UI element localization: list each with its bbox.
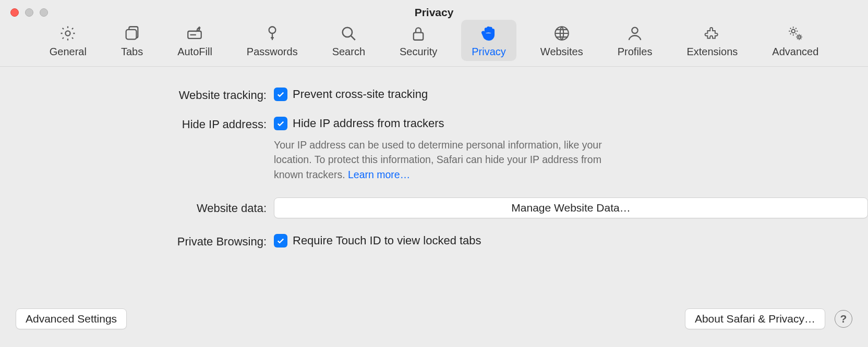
help-text-body: Your IP address can be used to determine… bbox=[274, 139, 602, 180]
tab-privacy[interactable]: Privacy bbox=[461, 20, 516, 61]
manage-website-data-button[interactable]: Manage Website Data… bbox=[274, 197, 868, 218]
svg-point-4 bbox=[343, 28, 352, 37]
tab-label: Security bbox=[400, 46, 437, 58]
tab-search[interactable]: Search bbox=[322, 20, 376, 61]
content-area: Website tracking: Prevent cross-site tra… bbox=[0, 67, 868, 249]
gear-icon bbox=[58, 24, 77, 43]
tab-label: Privacy bbox=[472, 46, 506, 58]
hand-icon bbox=[479, 24, 498, 43]
row-label: Private Browsing: bbox=[0, 234, 274, 249]
autofill-icon bbox=[185, 24, 204, 43]
tab-label: General bbox=[50, 46, 87, 58]
row-hide-ip: Hide IP address: Hide IP address from tr… bbox=[0, 117, 868, 182]
svg-rect-1 bbox=[126, 30, 137, 39]
row-website-tracking: Website tracking: Prevent cross-site tra… bbox=[0, 88, 868, 102]
row-label: Hide IP address: bbox=[0, 117, 274, 131]
footer: Advanced Settings About Safari & Privacy… bbox=[0, 308, 868, 329]
tab-label: Profiles bbox=[618, 46, 653, 58]
gears-icon bbox=[786, 24, 805, 43]
help-button[interactable]: ? bbox=[835, 310, 852, 328]
globe-icon bbox=[552, 24, 571, 43]
person-icon bbox=[625, 24, 644, 43]
tab-tabs[interactable]: Tabs bbox=[111, 20, 153, 61]
checkbox-label: Prevent cross-site tracking bbox=[293, 88, 428, 101]
checkbox-label: Require Touch ID to view locked tabs bbox=[293, 234, 481, 247]
tabs-icon bbox=[123, 24, 141, 43]
tab-label: Passwords bbox=[247, 46, 298, 58]
titlebar: Privacy bbox=[0, 0, 868, 20]
key-icon bbox=[263, 24, 282, 43]
checkbox-icon bbox=[274, 117, 287, 130]
tab-advanced[interactable]: Advanced bbox=[762, 20, 829, 61]
tab-passwords[interactable]: Passwords bbox=[236, 20, 308, 61]
tab-label: Extensions bbox=[686, 46, 738, 58]
row-label: Website data: bbox=[0, 201, 274, 215]
tab-autofill[interactable]: AutoFill bbox=[167, 20, 223, 61]
checkbox-icon bbox=[274, 88, 287, 101]
tab-websites[interactable]: Websites bbox=[530, 20, 594, 61]
tab-label: Advanced bbox=[772, 46, 818, 58]
tab-label: Tabs bbox=[121, 46, 143, 58]
learn-more-link[interactable]: Learn more… bbox=[348, 169, 410, 180]
svg-point-9 bbox=[798, 36, 800, 39]
tab-extensions[interactable]: Extensions bbox=[676, 20, 748, 61]
hide-ip-checkbox[interactable]: Hide IP address from trackers bbox=[274, 117, 868, 130]
tab-label: Search bbox=[332, 46, 365, 58]
hide-ip-help-text: Your IP address can be used to determine… bbox=[274, 138, 618, 182]
require-touchid-checkbox[interactable]: Require Touch ID to view locked tabs bbox=[274, 234, 868, 247]
tab-security[interactable]: Security bbox=[389, 20, 448, 61]
puzzle-icon bbox=[703, 24, 721, 43]
row-private-browsing: Private Browsing: Require Touch ID to vi… bbox=[0, 234, 868, 249]
svg-point-7 bbox=[632, 28, 637, 33]
tab-profiles[interactable]: Profiles bbox=[607, 20, 663, 61]
checkbox-icon bbox=[274, 234, 287, 247]
svg-point-8 bbox=[791, 29, 795, 33]
svg-point-0 bbox=[66, 31, 70, 35]
tab-label: Websites bbox=[540, 46, 583, 58]
search-icon bbox=[339, 24, 358, 43]
window-title: Privacy bbox=[0, 6, 868, 19]
preferences-toolbar: General Tabs AutoFill Passwords Search S… bbox=[0, 20, 868, 67]
svg-point-3 bbox=[269, 27, 275, 33]
row-label: Website tracking: bbox=[0, 88, 274, 102]
checkbox-label: Hide IP address from trackers bbox=[293, 117, 444, 130]
prevent-cross-site-checkbox[interactable]: Prevent cross-site tracking bbox=[274, 88, 868, 101]
tab-label: AutoFill bbox=[177, 46, 212, 58]
row-website-data: Website data: Manage Website Data… bbox=[0, 197, 868, 218]
tab-general[interactable]: General bbox=[39, 20, 97, 61]
lock-icon bbox=[409, 24, 428, 43]
svg-rect-5 bbox=[414, 33, 423, 40]
advanced-settings-button[interactable]: Advanced Settings bbox=[16, 308, 127, 329]
about-safari-privacy-button[interactable]: About Safari & Privacy… bbox=[685, 308, 825, 329]
